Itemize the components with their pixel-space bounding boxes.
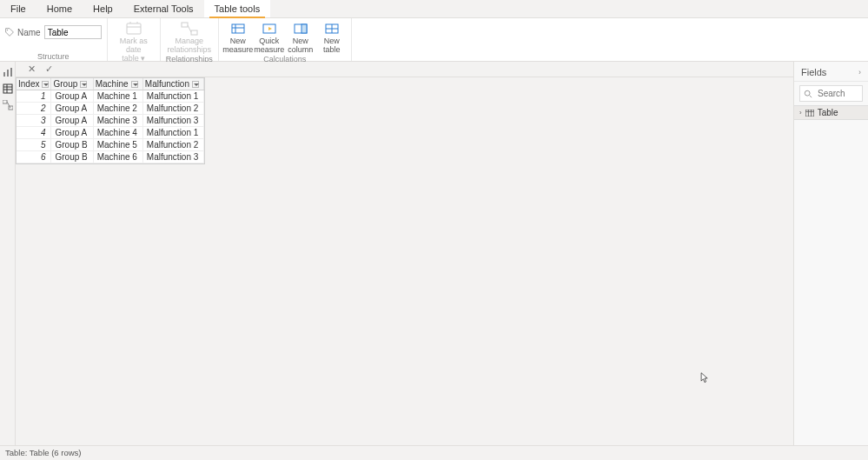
svg-line-7 [188, 25, 191, 32]
table-small-icon [805, 110, 814, 117]
cell-malfunction: Malfunction 2 [142, 139, 203, 151]
tab-home[interactable]: Home [36, 0, 83, 17]
measure-icon [229, 22, 247, 36]
cell-index: 2 [17, 103, 51, 115]
cell-machine: Machine 3 [93, 115, 142, 127]
status-bar: Table: Table (6 rows) [0, 445, 868, 460]
formula-commit-icon[interactable]: ✓ [43, 63, 54, 75]
cursor-icon [700, 372, 709, 384]
cell-index: 3 [17, 115, 51, 127]
fields-item-table[interactable]: › Table [794, 105, 868, 120]
cell-machine: Machine 2 [93, 103, 142, 115]
fields-search-input[interactable] [816, 88, 858, 99]
calendar-icon [125, 22, 142, 36]
fields-item-label: Table [818, 108, 838, 117]
column-header[interactable]: Group [51, 78, 93, 90]
new-table-button[interactable]: New table [318, 20, 346, 54]
table-icon [323, 22, 341, 36]
new-column-button[interactable]: New column [287, 20, 315, 54]
table-row[interactable]: 6Group BMachine 6Malfunction 3 [17, 151, 204, 163]
formula-cancel-icon[interactable]: ✕ [26, 63, 36, 75]
fields-panel: Fields › › Table [793, 62, 868, 445]
manage-relationships-button: Managerelationships [169, 20, 210, 54]
table-row[interactable]: 4Group AMachine 4Malfunction 1 [17, 127, 204, 139]
fields-header: Fields [801, 67, 826, 77]
cell-malfunction: Malfunction 2 [142, 103, 203, 115]
column-icon [292, 22, 309, 36]
data-canvas: ✕ ✓ IndexGroupMachineMalfunction1Group A… [16, 62, 793, 445]
svg-point-27 [805, 90, 810, 96]
cell-index: 5 [17, 139, 51, 151]
svg-rect-20 [3, 84, 12, 93]
cell-machine: Machine 1 [93, 90, 142, 103]
formula-bar: ✕ ✓ [16, 62, 793, 77]
chevron-right-icon: › [799, 109, 802, 117]
column-header[interactable]: Machine [93, 78, 142, 90]
cell-index: 6 [17, 151, 51, 163]
cell-group: Group A [51, 115, 93, 127]
svg-rect-6 [191, 30, 197, 35]
svg-rect-29 [805, 110, 814, 117]
cell-index: 1 [17, 90, 51, 103]
ribbon-group-structure: Name Structure [0, 18, 108, 61]
ribbon-group-calculations: New measure Quick measure New column New… [219, 18, 352, 61]
report-view-icon[interactable] [3, 67, 13, 77]
cell-machine: Machine 5 [93, 139, 142, 151]
ribbon-group-relationships: Managerelationships Relationships [161, 18, 219, 61]
table-name-input[interactable] [44, 25, 102, 39]
tab-external-tools[interactable]: External Tools [123, 0, 204, 17]
group-label-structure: Structure [37, 51, 70, 61]
svg-rect-5 [182, 23, 188, 27]
new-measure-button[interactable]: New measure [224, 20, 252, 54]
cell-group: Group A [51, 103, 93, 115]
fields-search[interactable] [799, 85, 863, 102]
cell-index: 4 [17, 127, 51, 139]
filter-dropdown-icon[interactable] [131, 81, 138, 88]
svg-line-28 [810, 95, 812, 97]
table-row[interactable]: 1Group AMachine 1Malfunction 1 [17, 90, 204, 103]
tab-help[interactable]: Help [83, 0, 123, 17]
svg-rect-18 [7, 70, 9, 77]
collapse-panel-icon[interactable]: › [858, 68, 861, 77]
svg-rect-13 [301, 24, 307, 33]
model-view-icon[interactable] [3, 100, 13, 110]
quick-measure-icon [261, 22, 278, 36]
cell-malfunction: Malfunction 1 [142, 90, 203, 103]
tab-table-tools[interactable]: Table tools [204, 0, 271, 17]
svg-rect-19 [10, 68, 12, 77]
tab-file[interactable]: File [0, 0, 36, 17]
cell-malfunction: Malfunction 1 [142, 127, 203, 139]
column-header[interactable]: Malfunction [142, 78, 203, 90]
svg-rect-17 [3, 72, 5, 77]
svg-rect-24 [3, 100, 7, 103]
search-icon [804, 90, 812, 98]
svg-rect-8 [232, 24, 244, 33]
name-label: Name [17, 28, 41, 37]
table-row[interactable]: 2Group AMachine 2Malfunction 2 [17, 103, 204, 115]
filter-dropdown-icon[interactable] [42, 81, 49, 88]
cell-malfunction: Malfunction 3 [142, 115, 203, 127]
view-rail [0, 62, 16, 445]
tag-icon [5, 28, 14, 37]
mark-as-date-table-button: Mark as datetable ▾ [113, 20, 155, 63]
relationships-icon [181, 22, 198, 36]
svg-point-0 [7, 30, 8, 30]
column-header[interactable]: Index [17, 78, 51, 90]
cell-group: Group B [51, 139, 93, 151]
cell-group: Group B [51, 151, 93, 163]
filter-dropdown-icon[interactable] [80, 81, 87, 88]
table-row[interactable]: 3Group AMachine 3Malfunction 3 [17, 115, 204, 127]
data-table: IndexGroupMachineMalfunction1Group AMach… [16, 77, 205, 164]
ribbon-group-calendars: Mark as datetable ▾ Calendars [108, 18, 161, 61]
cell-machine: Machine 4 [93, 127, 142, 139]
ribbon: Name Structure Mark as datetable ▾ Calen… [0, 18, 868, 62]
cell-machine: Machine 6 [93, 151, 142, 163]
ribbon-tabs: File Home Help External Tools Table tool… [0, 0, 868, 18]
table-row[interactable]: 5Group BMachine 5Malfunction 2 [17, 139, 204, 151]
svg-rect-1 [127, 23, 141, 34]
filter-dropdown-icon[interactable] [192, 81, 199, 88]
cell-malfunction: Malfunction 3 [142, 151, 203, 163]
cell-group: Group A [51, 90, 93, 103]
data-view-icon[interactable] [3, 83, 13, 94]
quick-measure-button[interactable]: Quick measure [255, 20, 283, 54]
